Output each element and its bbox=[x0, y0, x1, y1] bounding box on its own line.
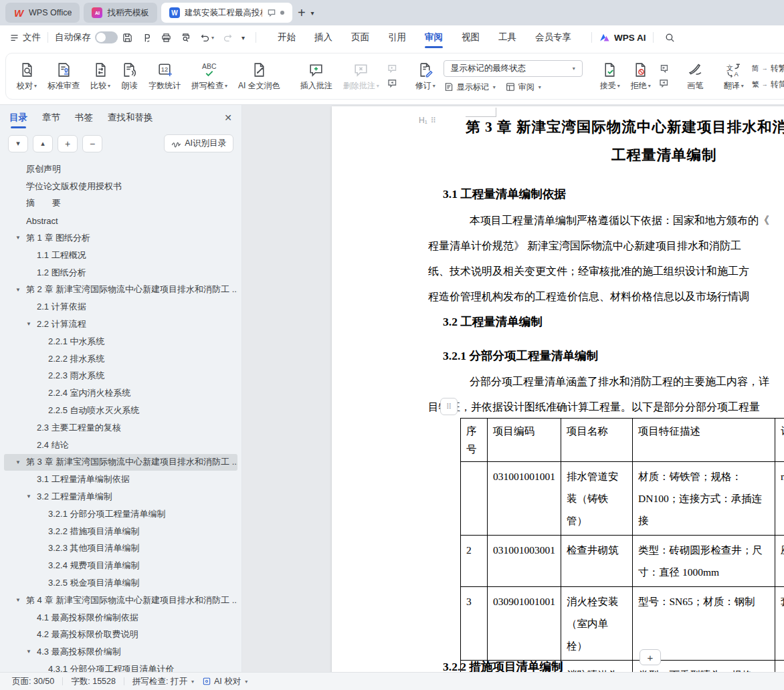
table-cell[interactable]: 排水管道安装（铸铁管） bbox=[561, 462, 633, 536]
accept-revision-button[interactable]: 接受▾ bbox=[595, 59, 625, 94]
table-cell[interactable] bbox=[461, 462, 488, 536]
toc-item[interactable]: 2.1 计算依据 bbox=[4, 298, 237, 316]
read-aloud-button[interactable]: 朗读 bbox=[116, 59, 143, 94]
file-menu-button[interactable]: 文件 bbox=[9, 31, 41, 43]
close-icon[interactable]: ✕ bbox=[224, 112, 232, 123]
autosave-toggle[interactable] bbox=[95, 31, 118, 43]
table-cell[interactable]: 检查井砌筑 bbox=[561, 536, 633, 587]
table-cell[interactable]: 套 bbox=[775, 587, 784, 661]
tab-wps-office[interactable]: W WPS Office bbox=[5, 3, 80, 23]
save-button[interactable] bbox=[118, 32, 137, 43]
next-revision-icon[interactable] bbox=[658, 78, 670, 89]
toc-item[interactable]: 3.2.4 规费项目清单编制 bbox=[4, 557, 237, 574]
menu-tab-3[interactable]: 引用 bbox=[379, 25, 415, 49]
boq-table[interactable]: 序号项目编码项目名称项目特征描述计量单位 031001001001排水管道安装（… bbox=[460, 418, 784, 672]
toc-item[interactable]: 3.2.1 分部分项工程量清单编制 bbox=[4, 505, 237, 523]
standard-review-button[interactable]: 标准审查 bbox=[42, 59, 85, 94]
tab-list-chevron-icon[interactable]: ▾ bbox=[311, 9, 318, 17]
toc-item[interactable]: ▼4.3 最高投标限价编制 bbox=[4, 643, 237, 661]
drag-handle-icon[interactable]: ⠿ bbox=[431, 116, 437, 125]
tab-current-document[interactable]: W 建筑安装工程最高投标限价编 bbox=[161, 3, 292, 23]
word-count-button[interactable]: 12 字数统计 bbox=[143, 59, 186, 94]
toc-item[interactable]: ▼2.2 计算流程 bbox=[4, 316, 237, 333]
export-pdf-button[interactable] bbox=[137, 32, 157, 43]
table-add-row-button[interactable]: + bbox=[640, 649, 661, 665]
search-button[interactable] bbox=[660, 32, 680, 43]
tab-chapters[interactable]: 章节 bbox=[42, 105, 60, 130]
toc-item[interactable]: ▼3.2 工程量清单编制 bbox=[4, 488, 237, 505]
section-heading-3-1[interactable]: 3.1 工程量清单编制依据 bbox=[443, 186, 566, 202]
menu-tab-7[interactable]: 会员专享 bbox=[526, 25, 581, 49]
ink-pen-button[interactable]: 画笔 bbox=[682, 59, 709, 94]
menu-tab-0[interactable]: 开始 bbox=[268, 25, 305, 49]
compare-button[interactable]: 比较▾ bbox=[85, 59, 116, 94]
paragraph-line[interactable]: 程量清单计价规范》 新津宝湾国际物流中心新建项目排水和消防工 bbox=[428, 239, 741, 253]
tab-bookmarks[interactable]: 书签 bbox=[75, 105, 93, 130]
toc-item[interactable]: 原创声明 bbox=[4, 160, 237, 178]
toc-item[interactable]: 2.2.5 自动喷水灭火系统 bbox=[4, 402, 237, 419]
to-traditional-button[interactable]: 简→ 转繁 bbox=[752, 63, 784, 74]
toc-item[interactable]: ▼第 4 章 新津宝湾国际物流中心新建项目排水和消防工 ... bbox=[4, 592, 237, 609]
table-cell[interactable]: 030901001001 bbox=[488, 587, 561, 661]
toc-item[interactable]: 3.2.5 税金项目清单编制 bbox=[4, 574, 237, 592]
ai-recognize-toc-button[interactable]: AI识别目录 bbox=[164, 134, 233, 152]
table-cell[interactable]: 材质：铸铁管；规格：DN100；连接方式：承插连接 bbox=[633, 462, 775, 536]
ai-proofread-button[interactable]: AI 校对 ▾ bbox=[202, 676, 248, 687]
paragraph-line[interactable]: 本项目工程量清单编制严格遵循以下依据：国家和地方颁布的《 bbox=[470, 214, 769, 228]
word-count-indicator[interactable]: 字数: 15528 bbox=[71, 676, 116, 687]
toc-item[interactable]: 1.1 工程概况 bbox=[4, 247, 237, 264]
expand-arrow-icon[interactable]: ▼ bbox=[15, 287, 21, 293]
toc-item[interactable]: ▼第 3 章 新津宝湾国际物流中心新建项目排水和消防工 ... bbox=[4, 454, 237, 471]
table-cell[interactable]: 2 bbox=[461, 536, 488, 587]
toc-item[interactable]: 2.3 主要工程量的复核 bbox=[4, 419, 237, 437]
previous-comment-icon[interactable] bbox=[387, 64, 399, 74]
ai-polish-button[interactable]: AI 全文润色 bbox=[233, 59, 286, 94]
reject-revision-button[interactable]: 拒绝▾ bbox=[625, 59, 656, 94]
chapter-title-line1[interactable]: 第 3 章 新津宝湾国际物流中心新建项目排水和消防 bbox=[466, 117, 784, 136]
spell-check-button[interactable]: ABC 拼写检查▾ bbox=[186, 59, 233, 94]
section-heading-3-2-2[interactable]: 3.2.2 措施项目清单编制 bbox=[443, 659, 563, 672]
page-indicator[interactable]: 页面: 30/50 bbox=[12, 676, 54, 687]
table-cell[interactable]: 个 bbox=[775, 661, 784, 673]
expand-arrow-icon[interactable]: ▼ bbox=[15, 459, 21, 465]
table-header-cell[interactable]: 项目名称 bbox=[561, 419, 633, 462]
table-header-cell[interactable]: 项目编码 bbox=[488, 419, 561, 462]
toc-item[interactable]: 摘 要 bbox=[4, 195, 237, 213]
expand-arrow-icon[interactable]: ▼ bbox=[15, 597, 21, 603]
toc-item[interactable]: 4.2 最高投标限价取费说明 bbox=[4, 626, 237, 644]
show-markup-button[interactable]: 显示标记 ▾ bbox=[444, 82, 496, 93]
print-preview-button[interactable] bbox=[176, 32, 195, 43]
toc-item[interactable]: 学位论文版权使用授权书 bbox=[4, 178, 237, 195]
tab-find-replace[interactable]: 查找和替换 bbox=[108, 105, 153, 130]
expand-arrow-icon[interactable]: ▼ bbox=[26, 321, 31, 327]
proofread-button[interactable]: 校对▾ bbox=[11, 59, 42, 94]
zoom-in-button[interactable]: + bbox=[58, 135, 78, 152]
table-cell[interactable]: 消火栓安装（室内单栓） bbox=[561, 587, 633, 661]
table-header-cell[interactable]: 序号 bbox=[461, 419, 488, 462]
table-cell[interactable]: 消防喷淋头安装 bbox=[561, 661, 633, 673]
paragraph-line[interactable]: 目特征，并依据设计图纸准确计算工程量。以下是部分分部分项工程量 bbox=[428, 400, 760, 415]
tab-toc[interactable]: 目录 bbox=[9, 105, 27, 130]
toc-item[interactable]: 2.4 结论 bbox=[4, 437, 237, 454]
toc-item[interactable]: 4.3.1 分部分项工程项目清单计价 bbox=[4, 661, 237, 672]
section-heading-3-2-1[interactable]: 3.2.1 分部分项工程量清单编制 bbox=[443, 348, 598, 364]
expand-arrow-icon[interactable]: ▼ bbox=[26, 493, 31, 499]
toc-item[interactable]: 2.2.4 室内消火栓系统 bbox=[4, 384, 237, 402]
menu-tab-1[interactable]: 插入 bbox=[305, 25, 342, 49]
toc-item[interactable]: 1.2 图纸分析 bbox=[4, 264, 237, 281]
translate-button[interactable]: 文A 翻译▾ bbox=[718, 59, 749, 94]
undo-button[interactable]: ▾ bbox=[195, 32, 218, 43]
markup-state-dropdown[interactable]: 显示标记的最终状态 ▾ bbox=[444, 60, 583, 77]
chapter-title-line2[interactable]: 工程量清单编制 bbox=[611, 145, 717, 164]
toc-item[interactable]: ▼第 2 章 新津宝湾国际物流中心新建项目排水和消防工 ... bbox=[4, 281, 237, 299]
print-button[interactable] bbox=[157, 32, 176, 43]
collapse-all-button[interactable]: ▾ bbox=[8, 135, 28, 152]
paragraph-line[interactable]: 程造价管理机构发布的工程造价信息、材料价格信息以及市场行情调 bbox=[428, 290, 749, 304]
wps-ai-button[interactable]: WPS AI bbox=[599, 33, 646, 43]
paragraph-line[interactable]: 分部分项工程量清单涵盖了排水和消防工程的主要施工内容，详 bbox=[470, 375, 769, 389]
table-header-cell[interactable]: 项目特征描述 bbox=[633, 419, 775, 462]
track-changes-button[interactable]: 修订▾ bbox=[410, 59, 441, 94]
table-cell[interactable]: 座 bbox=[775, 536, 784, 587]
menu-tab-5[interactable]: 视图 bbox=[452, 25, 489, 49]
expand-arrow-icon[interactable]: ▼ bbox=[15, 235, 21, 241]
